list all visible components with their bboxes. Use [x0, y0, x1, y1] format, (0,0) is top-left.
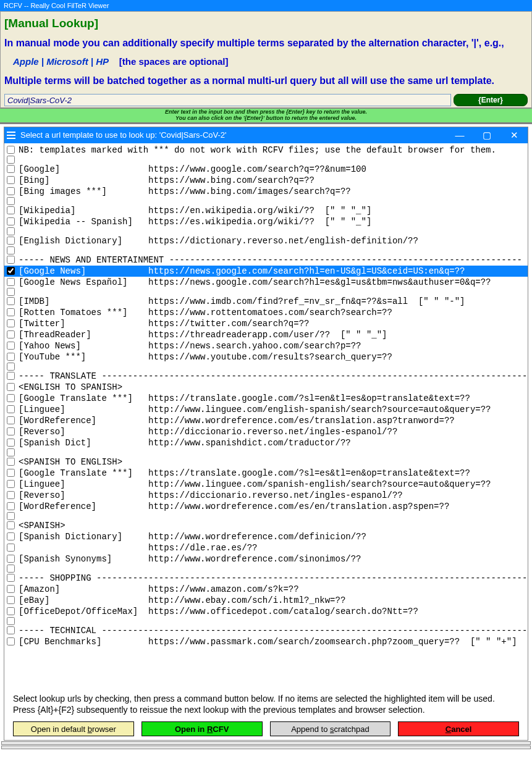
- list-item[interactable]: [Yahoo News] https://news.search.yahoo.c…: [4, 340, 528, 351]
- list-item-checkbox[interactable]: [7, 156, 15, 164]
- list-item-checkbox[interactable]: [7, 206, 15, 214]
- list-item-checkbox[interactable]: [7, 544, 15, 552]
- list-item[interactable]: [Bing images ***] https://www.bing.com/i…: [4, 186, 528, 197]
- list-item[interactable]: [Spanish Dictionary] http://www.wordrefe…: [4, 531, 528, 542]
- list-item[interactable]: [OfficeDepot/OfficeMax] https://www.offi…: [4, 606, 528, 617]
- list-item-checkbox[interactable]: [7, 637, 15, 645]
- list-item[interactable]: [4, 617, 528, 625]
- list-item[interactable]: <SPANISH TO ENGLISH>: [4, 456, 528, 468]
- list-item[interactable]: [4, 197, 528, 205]
- list-item-checkbox[interactable]: [7, 574, 15, 582]
- list-item-checkbox[interactable]: [7, 427, 15, 435]
- list-item[interactable]: [Twitter] https://twitter.com/search?q=?…: [4, 318, 528, 329]
- list-item-checkbox[interactable]: [7, 565, 15, 573]
- list-item[interactable]: [4, 156, 528, 164]
- list-item[interactable]: [Bing] https://www.bing.com/search?q=??: [4, 175, 528, 186]
- enter-button[interactable]: {Enter}: [454, 94, 528, 106]
- list-item[interactable]: [Wikipedia -- Spanish] https://es.wikipe…: [4, 216, 528, 227]
- cancel-button[interactable]: Cancel: [398, 721, 519, 736]
- minimize-button[interactable]: —: [446, 127, 473, 143]
- list-item-checkbox[interactable]: [7, 626, 15, 634]
- list-item-checkbox[interactable]: [7, 585, 15, 593]
- list-item-checkbox[interactable]: [7, 394, 15, 402]
- list-item-checkbox[interactable]: [7, 165, 15, 173]
- list-item-checkbox[interactable]: [7, 146, 15, 154]
- open-browser-button[interactable]: Open in default browser: [13, 721, 134, 736]
- list-item[interactable]: [Spanish Dict] http://www.spanishdict.co…: [4, 437, 528, 448]
- list-item[interactable]: [4, 227, 528, 235]
- template-list[interactable]: NB: templates marked with *** do not wor…: [4, 143, 528, 687]
- list-item-checkbox[interactable]: [7, 439, 15, 447]
- list-item-checkbox[interactable]: [7, 555, 15, 563]
- list-item[interactable]: [ThreadReader] https://threadreaderapp.c…: [4, 329, 528, 340]
- list-item-checkbox[interactable]: [7, 297, 15, 305]
- list-item[interactable]: <ENGLISH TO SPANISH>: [4, 382, 528, 393]
- list-item[interactable]: [4, 448, 528, 456]
- list-item[interactable]: https://dle.rae.es/??: [4, 542, 528, 553]
- list-item-checkbox[interactable]: [7, 491, 15, 499]
- list-item[interactable]: [4, 512, 528, 520]
- list-item-checkbox[interactable]: [7, 448, 15, 456]
- list-item-checkbox[interactable]: [7, 342, 15, 350]
- list-item-checkbox[interactable]: [7, 512, 15, 520]
- list-item[interactable]: [Google Translate ***] https://translate…: [4, 468, 528, 479]
- list-item[interactable]: [Google] https://www.google.com/search?q…: [4, 164, 528, 175]
- term-input[interactable]: [4, 94, 451, 106]
- list-item-checkbox[interactable]: [7, 363, 15, 371]
- list-item[interactable]: NB: templates marked with *** do not wor…: [4, 145, 528, 156]
- list-item-checkbox[interactable]: [7, 521, 15, 529]
- list-item-checkbox[interactable]: [7, 480, 15, 488]
- list-item[interactable]: [Google News] https://news.google.com/se…: [4, 266, 528, 277]
- list-item[interactable]: [Linguee] http://www.linguee.com/spanish…: [4, 479, 528, 490]
- list-item[interactable]: [Reverso] http://diccionario.reverso.net…: [4, 426, 528, 437]
- list-item-checkbox[interactable]: [7, 416, 15, 424]
- list-item-checkbox[interactable]: [7, 308, 15, 316]
- list-item-checkbox[interactable]: [7, 469, 15, 477]
- list-item-checkbox[interactable]: [7, 532, 15, 540]
- list-item[interactable]: [4, 363, 528, 371]
- append-scratch-button[interactable]: Append to scratchpad: [270, 721, 391, 736]
- list-item[interactable]: [4, 246, 528, 254]
- list-item[interactable]: [4, 288, 528, 296]
- list-item-checkbox[interactable]: [7, 607, 15, 615]
- open-rcfv-button[interactable]: Open in RCFV: [141, 721, 263, 736]
- list-item-checkbox[interactable]: [7, 288, 15, 296]
- list-item-checkbox[interactable]: [7, 176, 15, 184]
- list-item[interactable]: [English Dictionary] https://dictionary.…: [4, 235, 528, 246]
- list-item-checkbox[interactable]: [7, 617, 15, 625]
- list-item[interactable]: [Reverso] https://diccionario.reverso.ne…: [4, 490, 528, 501]
- list-item-checkbox[interactable]: [7, 458, 15, 466]
- list-item-checkbox[interactable]: [7, 278, 15, 286]
- list-item-checkbox[interactable]: [7, 197, 15, 205]
- list-item[interactable]: [YouTube ***] https://www.youtube.com/re…: [4, 351, 528, 363]
- maximize-button[interactable]: ▢: [473, 127, 500, 143]
- list-item[interactable]: [Amazon] https://www.amazon.com/s?k=??: [4, 584, 528, 595]
- list-item-checkbox[interactable]: [7, 502, 15, 510]
- list-item[interactable]: ----- SHOPPING -------------------------…: [4, 573, 528, 584]
- list-item-checkbox[interactable]: [7, 353, 15, 361]
- list-item[interactable]: [4, 565, 528, 573]
- list-item-checkbox[interactable]: [7, 187, 15, 195]
- list-item[interactable]: ----- NEWS AND ENTERTAINMENT -----------…: [4, 254, 528, 266]
- list-item-checkbox[interactable]: [7, 237, 15, 245]
- list-item[interactable]: [Rotten Tomatoes ***] https://www.rotten…: [4, 307, 528, 318]
- list-item[interactable]: [Spanish Synonyms] http://www.wordrefere…: [4, 553, 528, 565]
- list-item[interactable]: ----- TECHNICAL ------------------------…: [4, 625, 528, 636]
- list-item-checkbox[interactable]: [7, 227, 15, 235]
- list-item-checkbox[interactable]: [7, 596, 15, 604]
- close-button[interactable]: ✕: [500, 127, 528, 143]
- list-item[interactable]: <SPANISH>: [4, 520, 528, 531]
- list-item[interactable]: [Linguee] http://www.linguee.com/english…: [4, 404, 528, 415]
- list-item[interactable]: [WordReference] http://www.wordreference…: [4, 415, 528, 426]
- list-item-checkbox[interactable]: [7, 319, 15, 327]
- list-item-checkbox[interactable]: [7, 267, 15, 275]
- list-item-checkbox[interactable]: [7, 246, 15, 254]
- list-item-checkbox[interactable]: [7, 372, 15, 380]
- list-item[interactable]: [eBay] http://www.ebay.com/sch/i.html?_n…: [4, 595, 528, 606]
- list-item-checkbox[interactable]: [7, 256, 15, 264]
- list-item[interactable]: [Google Translate ***] https://translate…: [4, 393, 528, 404]
- list-item[interactable]: [Wikipedia] https://en.wikipedia.org/wik…: [4, 205, 528, 216]
- list-item[interactable]: [Google News Español] https://news.googl…: [4, 277, 528, 288]
- list-item-checkbox[interactable]: [7, 330, 15, 338]
- list-item-checkbox[interactable]: [7, 383, 15, 391]
